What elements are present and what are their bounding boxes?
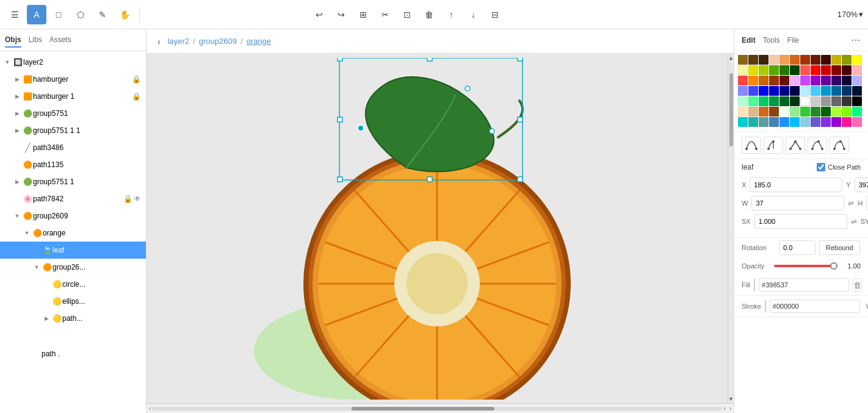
palette-cell[interactable] [748, 96, 758, 106]
palette-cell[interactable] [748, 65, 758, 75]
x-input[interactable] [750, 178, 842, 192]
palette-cell[interactable] [738, 86, 748, 96]
palette-cell[interactable] [769, 76, 779, 85]
palette-cell[interactable] [738, 65, 748, 75]
palette-cell[interactable] [811, 65, 820, 75]
stroke-color-swatch[interactable] [765, 300, 766, 312]
palette-cell[interactable] [800, 86, 810, 96]
canvas-wrapper[interactable] [146, 54, 728, 403]
palette-cell[interactable] [811, 55, 820, 65]
palette-cell[interactable] [790, 65, 800, 75]
palette-cell[interactable] [779, 117, 789, 127]
tree-item-orange[interactable]: ▼ 🟠 orange [0, 224, 146, 242]
palette-cell[interactable] [800, 107, 810, 117]
h-scroll-track[interactable] [152, 407, 722, 411]
fill-color-swatch[interactable] [754, 279, 755, 291]
palette-cell[interactable] [769, 65, 779, 75]
tab-objs[interactable]: Objs [5, 33, 21, 48]
palette-cell[interactable] [769, 86, 779, 96]
h-scroll-thumb[interactable] [352, 407, 494, 411]
shape-tool-button[interactable]: □ [49, 5, 68, 24]
palette-cell[interactable] [852, 86, 862, 96]
palette-cell[interactable] [821, 76, 831, 85]
palette-cell[interactable] [852, 65, 862, 75]
palette-cell[interactable] [800, 96, 810, 106]
palette-cell[interactable] [831, 96, 841, 106]
v-scroll-thumb[interactable] [729, 73, 733, 146]
palette-cell[interactable] [748, 76, 758, 85]
h-scroll-right[interactable]: › [723, 405, 725, 412]
tab-tools[interactable]: Tools [763, 36, 780, 45]
palette-cell[interactable] [842, 65, 852, 75]
node-shape-2[interactable] [764, 137, 783, 154]
palette-cell[interactable] [759, 55, 769, 65]
palette-cell[interactable] [748, 107, 758, 117]
h-scroll-left[interactable]: ‹ [149, 405, 151, 412]
palette-cell[interactable] [821, 65, 831, 75]
palette-cell[interactable] [738, 117, 748, 127]
palette-cell[interactable] [790, 76, 800, 85]
link-icon-sxsy[interactable]: ⇌ [851, 217, 857, 226]
w-input[interactable] [751, 196, 844, 210]
palette-cell[interactable] [821, 107, 831, 117]
breadcrumb-back-button[interactable]: ‹ [154, 35, 164, 48]
palette-cell[interactable] [852, 117, 862, 127]
palette-cell[interactable] [811, 86, 820, 96]
tree-item-hamburger1[interactable]: ▶ 🟧 hamburger 1 🔒 [0, 88, 146, 105]
palette-cell[interactable] [811, 107, 820, 117]
palette-cell[interactable] [852, 107, 862, 117]
tree-item-group5751-1-1[interactable]: ▶ 🟢 group5751 1 1 [0, 122, 146, 139]
palette-cell[interactable] [738, 107, 748, 117]
rebound-button[interactable]: Rebound [819, 240, 860, 255]
flatten-button[interactable]: ⊟ [485, 5, 505, 24]
select-tool-button[interactable]: A [27, 5, 46, 24]
move-down-button[interactable]: ↓ [463, 5, 483, 24]
tree-item-group26[interactable]: ▼ 🟠 group26... [0, 259, 146, 276]
sx-input[interactable] [754, 214, 847, 229]
tree-item-group5751[interactable]: ▶ 🟢 group5751 [0, 105, 146, 122]
tab-edit[interactable]: Edit [742, 36, 756, 45]
palette-cell[interactable] [800, 76, 810, 85]
tree-item-circle[interactable]: · 🟡 circle... [0, 276, 146, 293]
palette-cell[interactable] [800, 117, 810, 127]
hand-tool-button[interactable]: ✋ [115, 5, 134, 24]
palette-cell[interactable] [831, 86, 841, 96]
palette-cell[interactable] [821, 117, 831, 127]
palette-cell[interactable] [769, 55, 779, 65]
palette-cell[interactable] [748, 86, 758, 96]
palette-cell[interactable] [769, 117, 779, 127]
tree-item-layer2[interactable]: ▼ 🔲 layer2 [0, 54, 146, 71]
tree-item-leaf[interactable]: · 🍃 leaf [0, 242, 146, 259]
palette-cell[interactable] [842, 107, 852, 117]
cut-button[interactable]: ✂ [375, 5, 395, 24]
tree-item-group5751-1[interactable]: ▶ 🟢 group5751 1 [0, 173, 146, 190]
h-scroll-right2[interactable]: › [729, 405, 731, 412]
node-shape-3[interactable] [786, 137, 805, 154]
palette-cell[interactable] [738, 76, 748, 85]
palette-cell[interactable] [790, 117, 800, 127]
palette-cell[interactable] [779, 96, 789, 106]
palette-cell[interactable] [842, 55, 852, 65]
palette-cell[interactable] [748, 55, 758, 65]
palette-cell[interactable] [831, 107, 841, 117]
palette-cell[interactable] [821, 55, 831, 65]
tab-file[interactable]: File [787, 36, 799, 45]
copy-button[interactable]: ⊡ [397, 5, 417, 24]
palette-cell[interactable] [769, 107, 779, 117]
palette-cell[interactable] [842, 76, 852, 85]
rotation-input[interactable] [779, 240, 816, 255]
palette-cell[interactable] [831, 55, 841, 65]
node-shape-4[interactable] [808, 137, 827, 154]
palette-cell[interactable] [790, 55, 800, 65]
palette-cell[interactable] [842, 86, 852, 96]
vertical-scrollbar[interactable]: ▲ ▼ [728, 54, 734, 403]
palette-cell[interactable] [738, 55, 748, 65]
palette-cell[interactable] [759, 86, 769, 96]
delete-button[interactable]: 🗑 [419, 5, 439, 24]
palette-cell[interactable] [842, 96, 852, 106]
node-shape-1[interactable] [742, 137, 761, 154]
palette-cell[interactable] [821, 86, 831, 96]
tree-item-ellips[interactable]: · 🟡 ellips... [0, 293, 146, 310]
undo-button[interactable]: ↩ [309, 5, 329, 24]
palette-cell[interactable] [790, 86, 800, 96]
